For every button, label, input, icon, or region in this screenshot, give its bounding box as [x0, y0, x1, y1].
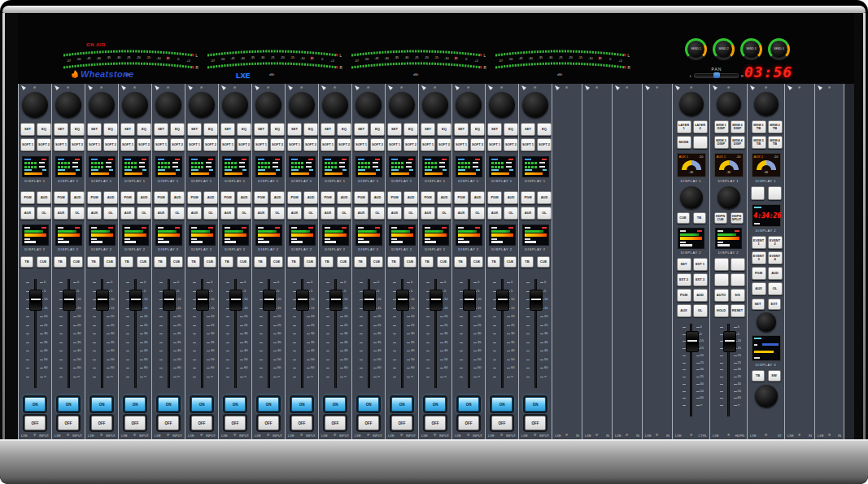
- encoder-button-eq-2[interactable]: EQ: [370, 123, 385, 136]
- monitor-button-tb-1[interactable]: TB: [20, 256, 33, 268]
- tail-button-sw-2[interactable]: SW: [768, 370, 781, 382]
- bus-button-aux-3[interactable]: AUX: [521, 207, 535, 220]
- monitor-button-tb-1[interactable]: TB: [254, 256, 267, 268]
- channel-fader[interactable]: 05101520253035405060∞: [486, 277, 518, 390]
- bus-button-aux-3[interactable]: AUX: [321, 207, 335, 220]
- bus-button-ol-4[interactable]: OL: [303, 207, 318, 220]
- bus-button-aud-2[interactable]: AUD: [137, 191, 151, 204]
- event-button-event-4-4[interactable]: EVENT 4: [768, 251, 783, 264]
- channel-on-button[interactable]: ON: [91, 397, 112, 412]
- encoder-button-set-1[interactable]: SET: [487, 123, 502, 136]
- st-bus-button-ol-4[interactable]: OL: [768, 282, 783, 295]
- fader-cap[interactable]: [163, 290, 176, 311]
- channel-encoder-knob[interactable]: [322, 92, 348, 118]
- channel-off-button[interactable]: OFF: [525, 416, 546, 430]
- hdpn-soft-button-blank-3[interactable]: [714, 273, 729, 286]
- monitor-button-cue-2[interactable]: CUE: [103, 256, 116, 268]
- ctrl-top-button-mode-3[interactable]: MODE: [677, 136, 691, 149]
- channel-fader[interactable]: 05101520253035405060∞: [185, 277, 218, 390]
- channel-on-button[interactable]: ON: [58, 397, 79, 412]
- encoder-button-eq-2[interactable]: EQ: [137, 123, 151, 136]
- fader-cap[interactable]: [29, 290, 42, 311]
- channel-encoder-knob[interactable]: [89, 92, 115, 118]
- encoder-button-set-1[interactable]: SET: [87, 123, 102, 136]
- hdpn-soft-button-blank-2[interactable]: [731, 258, 745, 271]
- bus-button-pgm-1[interactable]: PGM: [487, 191, 502, 204]
- encoder-button-soft-2-4[interactable]: SOFT 2: [537, 138, 552, 151]
- channel-on-button[interactable]: ON: [491, 397, 513, 412]
- channel-off-button[interactable]: OFF: [425, 416, 446, 430]
- monitor-button-tb-1[interactable]: TB: [521, 256, 534, 268]
- fader-cap[interactable]: [496, 290, 509, 311]
- channel-off-button[interactable]: OFF: [325, 416, 346, 430]
- bus-button-aux-3[interactable]: AUX: [87, 207, 102, 220]
- bus-button-pgm-1[interactable]: PGM: [454, 191, 469, 204]
- monitor-button-tb-1[interactable]: TB: [154, 256, 167, 268]
- fader-cap[interactable]: [723, 331, 736, 352]
- channel-fader[interactable]: 05101520253035405060∞: [219, 277, 251, 390]
- hdpn-soft-button-blank-1[interactable]: [714, 258, 729, 271]
- encoder-button-soft-1-3[interactable]: SOFT 1: [20, 138, 35, 151]
- channel-encoder-knob[interactable]: [155, 92, 181, 118]
- bus-button-aux-3[interactable]: AUX: [354, 207, 369, 220]
- bus-button-ol-4[interactable]: OL: [470, 207, 485, 220]
- second-encoder-knob[interactable]: [680, 186, 703, 209]
- channel-off-button[interactable]: OFF: [191, 416, 212, 430]
- channel-fader[interactable]: 05101520253035405060∞: [319, 277, 351, 390]
- ctrl-soft-button-ext-1-2[interactable]: EXT 1: [693, 258, 708, 271]
- ctrl-top-button-blank-4[interactable]: [693, 136, 708, 149]
- monitor-button-cue-2[interactable]: CUE: [337, 256, 350, 268]
- util-button-ext-2[interactable]: EXT: [768, 299, 781, 310]
- st-big-button-blank-2[interactable]: [768, 186, 782, 200]
- ctrl-bus-button-aud-2[interactable]: AUD: [693, 289, 708, 302]
- encoder-button-eq-2[interactable]: EQ: [337, 123, 351, 136]
- channel-encoder-knob[interactable]: [355, 92, 382, 118]
- channel-encoder-knob[interactable]: [22, 92, 48, 118]
- bus-button-aud-2[interactable]: AUD: [203, 191, 218, 204]
- channel-off-button[interactable]: OFF: [491, 416, 513, 430]
- channel-encoder-knob[interactable]: [122, 92, 148, 118]
- encoder-button-soft-1-3[interactable]: SOFT 1: [187, 138, 202, 151]
- monitor-button-tb-1[interactable]: TB: [87, 256, 100, 268]
- encoder-button-soft-1-3[interactable]: SOFT 1: [87, 138, 102, 151]
- channel-on-button[interactable]: ON: [525, 397, 546, 412]
- fader-cap[interactable]: [229, 290, 242, 311]
- channel-encoder-knob[interactable]: [489, 92, 515, 118]
- channel-encoder-knob[interactable]: [289, 92, 315, 118]
- fader-cap[interactable]: [530, 290, 543, 311]
- channel-fader[interactable]: 05101520253035405060∞: [119, 277, 151, 390]
- encoder-button-set-1[interactable]: SET: [421, 123, 435, 136]
- channel-off-button[interactable]: OFF: [158, 416, 179, 430]
- fader-cap[interactable]: [329, 290, 342, 311]
- st-top-button-mxm-3-tb-3[interactable]: MXM 3 TB: [752, 136, 766, 149]
- bus-button-ol-4[interactable]: OL: [103, 207, 118, 220]
- encoder-button-eq-2[interactable]: EQ: [303, 123, 318, 136]
- hdpn-bus-button-auto-1[interactable]: AUTO: [714, 289, 729, 302]
- monitor-button-cue-2[interactable]: CUE: [504, 256, 517, 268]
- encoder-button-soft-2-4[interactable]: SOFT 2: [203, 138, 218, 151]
- ctrl-top-button-layer-2-2[interactable]: LAYER 2: [693, 120, 708, 133]
- monitor-button-cue-2[interactable]: CUE: [470, 256, 483, 268]
- channel-fader[interactable]: 05101520253035405060∞: [19, 277, 51, 390]
- st-top-button-mxm-2-tb-2[interactable]: MXM 2 TB: [768, 120, 783, 133]
- encoder-button-soft-1-3[interactable]: SOFT 1: [521, 138, 535, 151]
- st-bus-button-aux-3[interactable]: AUX: [752, 282, 766, 295]
- channel-encoder-knob[interactable]: [189, 92, 215, 118]
- master-encoder-knob[interactable]: [754, 92, 779, 116]
- channel-off-button[interactable]: OFF: [258, 416, 279, 430]
- monitor-button-cue-2[interactable]: CUE: [37, 256, 50, 268]
- channel-encoder-knob[interactable]: [55, 92, 81, 118]
- encoder-button-set-1[interactable]: SET: [187, 123, 202, 136]
- bus-button-ol-4[interactable]: OL: [270, 207, 285, 220]
- bus-button-aud-2[interactable]: AUD: [103, 191, 118, 204]
- monitor-button-cue-2[interactable]: CUE: [303, 256, 316, 268]
- bus-button-aud-2[interactable]: AUD: [303, 191, 318, 204]
- channel-encoder-knob[interactable]: [422, 92, 448, 118]
- fader-cap[interactable]: [196, 290, 209, 311]
- bus-button-ol-4[interactable]: OL: [70, 207, 85, 220]
- monitor-button-tb-1[interactable]: TB: [54, 256, 67, 268]
- hdpn-bus-button-reset-4[interactable]: RESET: [731, 304, 745, 317]
- ctrl-bus-button-ol-4[interactable]: OL: [693, 304, 708, 317]
- channel-off-button[interactable]: OFF: [225, 416, 246, 430]
- encoder-button-set-1[interactable]: SET: [521, 123, 535, 136]
